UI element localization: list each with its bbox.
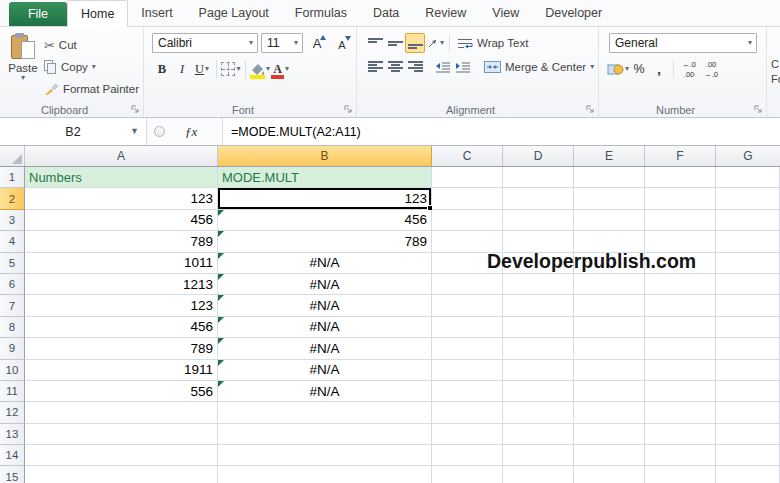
name-box-dropdown-icon[interactable]: ▼ [130, 127, 139, 136]
cut-button[interactable]: ✂ Cut [42, 35, 141, 55]
cell-E7[interactable] [574, 295, 645, 316]
cell-F2[interactable] [645, 188, 716, 209]
row-header-3[interactable]: 3 [0, 210, 25, 231]
cell-A6[interactable]: 1213 [25, 274, 218, 295]
font-dialog-launcher-icon[interactable] [343, 104, 353, 114]
tab-view[interactable]: View [479, 0, 532, 26]
cell-E15[interactable] [574, 466, 645, 483]
cell-F15[interactable] [645, 466, 716, 483]
cell-C2[interactable] [432, 188, 503, 209]
cell-F8[interactable] [645, 317, 716, 338]
cell-F3[interactable] [645, 210, 716, 231]
column-header-e[interactable]: E [574, 146, 645, 166]
cell-G7[interactable] [716, 295, 780, 316]
cell-C9[interactable] [432, 338, 503, 359]
row-header-2[interactable]: 2 [0, 188, 25, 209]
cell-B3[interactable]: 456 [218, 210, 432, 231]
row-header-15[interactable]: 15 [0, 466, 25, 483]
cell-E10[interactable] [574, 360, 645, 381]
cell-B7[interactable]: #N/A [218, 295, 432, 316]
copy-button[interactable]: Copy ▾ [42, 57, 141, 77]
cell-D9[interactable] [503, 338, 574, 359]
column-header-g[interactable]: G [716, 146, 780, 166]
tab-data[interactable]: Data [360, 0, 412, 26]
cell-C14[interactable] [432, 445, 503, 466]
percent-style-button[interactable]: % [629, 59, 649, 79]
cell-F11[interactable] [645, 381, 716, 402]
tab-formulas[interactable]: Formulas [282, 0, 360, 26]
tab-home[interactable]: Home [67, 0, 128, 27]
cell-G11[interactable] [716, 381, 780, 402]
shrink-font-button[interactable]: A [331, 33, 353, 53]
cell-B9[interactable]: #N/A [218, 338, 432, 359]
tab-review[interactable]: Review [412, 0, 479, 26]
cell-B10[interactable]: #N/A [218, 360, 432, 381]
cell-G8[interactable] [716, 317, 780, 338]
number-format-combo[interactable]: General ▾ [609, 33, 757, 53]
bold-button[interactable]: B [152, 59, 172, 79]
cell-E11[interactable] [574, 381, 645, 402]
name-box[interactable]: B2 ▼ [0, 118, 147, 145]
cell-G6[interactable] [716, 274, 780, 295]
cell-G15[interactable] [716, 466, 780, 483]
cell-G3[interactable] [716, 210, 780, 231]
select-all-button[interactable] [0, 146, 25, 166]
cell-D8[interactable] [503, 317, 574, 338]
cell-F1[interactable] [645, 167, 716, 188]
cell-C15[interactable] [432, 466, 503, 483]
column-header-c[interactable]: C [432, 146, 503, 166]
wrap-text-button[interactable]: Wrap Text [454, 33, 531, 53]
cell-B2[interactable]: 123 [218, 188, 432, 209]
paste-button[interactable]: Paste ▾ [4, 30, 42, 102]
cell-D10[interactable] [503, 360, 574, 381]
font-color-button[interactable]: A ▾ [270, 59, 290, 79]
font-size-combo[interactable]: 11 ▾ [261, 33, 303, 53]
increase-indent-button[interactable] [453, 57, 473, 77]
align-top-button[interactable] [365, 33, 385, 53]
cell-B6[interactable]: #N/A [218, 274, 432, 295]
cell-F6[interactable] [645, 274, 716, 295]
cell-G2[interactable] [716, 188, 780, 209]
cell-A1[interactable]: Numbers [25, 167, 218, 188]
cell-C13[interactable] [432, 424, 503, 445]
cell-B1[interactable]: MODE.MULT [218, 167, 432, 188]
column-header-d[interactable]: D [503, 146, 574, 166]
cell-A8[interactable]: 456 [25, 317, 218, 338]
orientation-button[interactable]: ▾ [425, 33, 445, 53]
align-bottom-button[interactable] [405, 33, 425, 53]
cell-E9[interactable] [574, 338, 645, 359]
cell-G5[interactable] [716, 253, 780, 274]
cell-C10[interactable] [432, 360, 503, 381]
cell-A5[interactable]: 1011 [25, 253, 218, 274]
cell-A10[interactable]: 1911 [25, 360, 218, 381]
row-header-5[interactable]: 5 [0, 253, 25, 274]
cell-C8[interactable] [432, 317, 503, 338]
row-header-14[interactable]: 14 [0, 445, 25, 466]
cell-D15[interactable] [503, 466, 574, 483]
merge-center-button[interactable]: Merge & Center ▾ [481, 57, 597, 77]
italic-button[interactable]: I [172, 59, 192, 79]
cell-F12[interactable] [645, 402, 716, 423]
fill-color-button[interactable]: ▾ [250, 59, 270, 79]
align-center-button[interactable] [385, 57, 405, 77]
cell-E6[interactable] [574, 274, 645, 295]
cell-B11[interactable]: #N/A [218, 381, 432, 402]
accounting-format-button[interactable]: ▾ [607, 59, 629, 79]
cell-C1[interactable] [432, 167, 503, 188]
grow-font-button[interactable]: A [306, 33, 328, 53]
number-dialog-launcher-icon[interactable] [753, 104, 763, 114]
cell-D13[interactable] [503, 424, 574, 445]
tab-page-layout[interactable]: Page Layout [186, 0, 282, 26]
row-header-13[interactable]: 13 [0, 424, 25, 445]
cell-D2[interactable] [503, 188, 574, 209]
cell-E14[interactable] [574, 445, 645, 466]
cell-D12[interactable] [503, 402, 574, 423]
cell-B15[interactable] [218, 466, 432, 483]
cell-G1[interactable] [716, 167, 780, 188]
align-middle-button[interactable] [385, 33, 405, 53]
alignment-dialog-launcher-icon[interactable] [585, 104, 595, 114]
cell-G4[interactable] [716, 231, 780, 252]
cell-F13[interactable] [645, 424, 716, 445]
row-header-6[interactable]: 6 [0, 274, 25, 295]
cell-C6[interactable] [432, 274, 503, 295]
